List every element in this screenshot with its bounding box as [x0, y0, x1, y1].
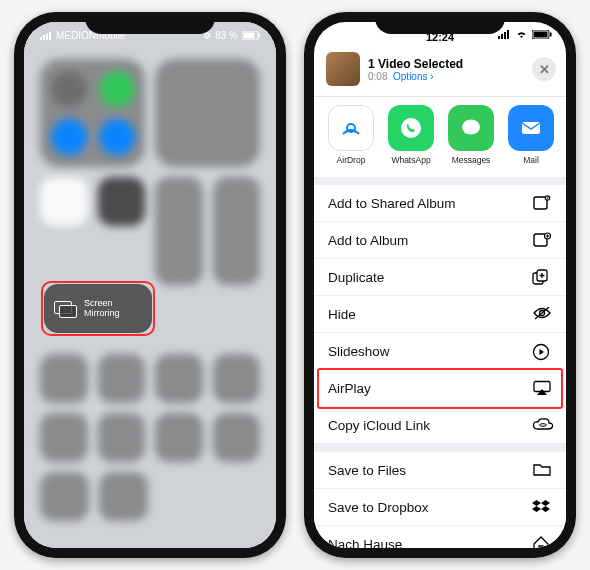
battery-icon — [242, 31, 260, 40]
action-label: Slideshow — [328, 344, 390, 359]
svg-rect-10 — [507, 30, 509, 39]
actions-group-1: Add to Shared AlbumAdd to AlbumDuplicate… — [314, 185, 566, 444]
play-icon — [532, 343, 552, 359]
cc-tile[interactable] — [40, 472, 89, 521]
album-icon — [532, 232, 552, 248]
svg-rect-7 — [498, 36, 500, 39]
messages-icon — [448, 105, 494, 151]
connectivity-group[interactable] — [40, 59, 145, 167]
action-nach-hause[interactable]: Nach Hause — [314, 526, 566, 548]
action-label: AirPlay — [328, 381, 371, 396]
cc-tile[interactable] — [40, 354, 88, 403]
shared-album-icon — [532, 195, 552, 211]
action-label: Nach Hause — [328, 537, 402, 549]
action-slideshow[interactable]: Slideshow — [314, 333, 566, 370]
share-subtitle: 0:08 Options › — [368, 71, 463, 82]
svg-rect-5 — [244, 33, 255, 39]
brightness-slider[interactable] — [155, 177, 203, 285]
action-label: Add to Album — [328, 233, 408, 248]
dnd-tile[interactable] — [98, 177, 146, 226]
cc-tile[interactable] — [99, 472, 148, 521]
app-label: Mail — [523, 155, 539, 165]
battery-icon — [532, 30, 552, 39]
action-add-to-shared-album[interactable]: Add to Shared Album — [314, 185, 566, 222]
svg-rect-8 — [501, 34, 503, 39]
video-thumbnail — [326, 52, 360, 86]
duplicate-icon — [532, 269, 552, 285]
app-label: WhatsApp — [391, 155, 430, 165]
signal-icon — [498, 30, 511, 39]
close-button[interactable]: ✕ — [532, 57, 556, 81]
screen-mirroring-label: Screen Mirroring — [84, 299, 120, 319]
share-app-airdrop[interactable]: AirDrop — [326, 105, 376, 165]
svg-rect-6 — [259, 34, 261, 38]
svg-rect-13 — [550, 33, 552, 37]
action-save-to-dropbox[interactable]: Save to Dropbox — [314, 489, 566, 526]
action-label: Save to Files — [328, 463, 406, 478]
svg-point-15 — [401, 118, 421, 138]
notch — [85, 12, 215, 34]
airplane-toggle[interactable] — [51, 71, 87, 107]
whatsapp-icon — [388, 105, 434, 151]
action-label: Hide — [328, 307, 356, 322]
share-app-mail[interactable]: Mail — [506, 105, 556, 165]
battery-label: 83 % — [215, 30, 238, 41]
cc-tile[interactable] — [98, 413, 146, 462]
share-apps-row[interactable]: AirDropWhatsAppMessagesMailF — [314, 97, 566, 185]
wifi-toggle[interactable] — [51, 119, 87, 155]
group-divider — [314, 444, 566, 452]
orientation-lock-tile[interactable] — [40, 177, 88, 226]
svg-rect-1 — [43, 35, 45, 40]
cloud-icon — [532, 417, 552, 433]
action-label: Save to Dropbox — [328, 500, 429, 515]
phone-left: MEDIONmobile ✲ 83 % — [14, 12, 286, 558]
folder-icon — [532, 462, 552, 478]
share-app-whatsapp[interactable]: WhatsApp — [386, 105, 436, 165]
cc-tile[interactable] — [155, 354, 203, 403]
svg-rect-9 — [504, 32, 506, 39]
home-icon — [532, 536, 552, 548]
action-save-to-files[interactable]: Save to Files — [314, 452, 566, 489]
airdrop-icon — [328, 105, 374, 151]
svg-rect-17 — [522, 122, 540, 134]
share-app-messages[interactable]: Messages — [446, 105, 496, 165]
actions-group-2: Save to FilesSave to DropboxNach Hause — [314, 452, 566, 548]
svg-rect-0 — [40, 37, 42, 40]
cc-tile[interactable] — [98, 354, 146, 403]
app-label: Messages — [452, 155, 491, 165]
close-icon: ✕ — [539, 62, 550, 77]
dropbox-icon — [532, 499, 552, 515]
action-add-to-album[interactable]: Add to Album — [314, 222, 566, 259]
airplay-icon — [532, 380, 552, 396]
screen-mirroring-tile[interactable]: Screen Mirroring — [44, 284, 152, 333]
hide-icon — [532, 306, 552, 322]
action-label: Duplicate — [328, 270, 384, 285]
options-link[interactable]: Options › — [393, 71, 434, 82]
app-label: AirDrop — [337, 155, 366, 165]
svg-rect-12 — [534, 32, 548, 38]
share-title: 1 Video Selected — [368, 57, 463, 71]
action-duplicate[interactable]: Duplicate — [314, 259, 566, 296]
svg-point-29 — [540, 424, 547, 427]
wifi-icon — [515, 30, 528, 39]
signal-icon — [40, 32, 52, 40]
volume-slider[interactable] — [213, 177, 261, 285]
screen-right: 12:24 1 Video Selected 0:08 Options › ✕ … — [314, 22, 566, 548]
svg-point-20 — [547, 197, 549, 199]
cc-tile[interactable] — [155, 413, 203, 462]
action-airplay[interactable]: AirPlay — [314, 370, 566, 407]
cc-tile[interactable] — [40, 413, 88, 462]
action-label: Copy iCloud Link — [328, 418, 430, 433]
action-label: Add to Shared Album — [328, 196, 456, 211]
svg-rect-2 — [46, 33, 48, 40]
bluetooth-toggle[interactable] — [99, 119, 135, 155]
screen-left: MEDIONmobile ✲ 83 % — [24, 22, 276, 548]
cc-tile[interactable] — [213, 354, 261, 403]
svg-rect-3 — [49, 32, 51, 40]
action-copy-icloud-link[interactable]: Copy iCloud Link — [314, 407, 566, 444]
music-tile[interactable] — [155, 59, 260, 167]
cc-tile[interactable] — [213, 413, 261, 462]
mail-icon — [508, 105, 554, 151]
cellular-toggle[interactable] — [99, 71, 135, 107]
action-hide[interactable]: Hide — [314, 296, 566, 333]
